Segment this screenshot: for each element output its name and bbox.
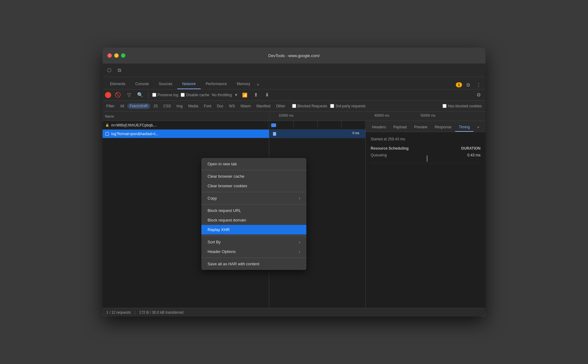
preserve-log-label: Preserve log (152, 93, 178, 97)
tab-payload[interactable]: Payload (390, 123, 410, 132)
tab-console[interactable]: Console (130, 79, 154, 89)
has-blocked-cookies-checkbox[interactable] (443, 104, 447, 108)
request-name-1: m=Wt6vjf,hhhU8,FCpbqb,... (111, 123, 267, 127)
network-settings-icon[interactable]: ⚙ (474, 91, 483, 99)
wifi-icon: 📶 (240, 91, 249, 99)
download-icon[interactable]: ⬇ (262, 91, 271, 99)
third-party-label: 3rd-party requests (330, 104, 365, 108)
blocked-requests-checkbox[interactable] (292, 104, 296, 108)
third-party-checkbox[interactable] (330, 104, 334, 108)
ms-marker-50000: 50000 ms (421, 114, 435, 117)
type-doc[interactable]: Doc (214, 103, 226, 109)
menu-clear-cookies[interactable]: Clear browser cookies (201, 181, 306, 191)
menu-divider-5 (201, 258, 306, 258)
devtools-window: DevTools - www.google.com/ ⬡ ⧉ Elements … (103, 48, 485, 316)
tab-network[interactable]: Network (177, 79, 201, 89)
request-row-selected[interactable]: log?format=json&hasfast=t... (103, 130, 269, 138)
queueing-row: Queueing 0.43 ms (371, 152, 481, 163)
ms-marker-10000: 10000 ms (279, 114, 293, 117)
tab-preview[interactable]: Preview (410, 123, 431, 132)
filter-label: Filter (106, 104, 115, 108)
request-name-2: log?format=json&hasfast=t... (111, 132, 267, 136)
type-manifest[interactable]: Manifest (254, 103, 273, 109)
type-wasm[interactable]: Wasm (238, 103, 254, 109)
tab-bar: Elements Console Sources Network Perform… (103, 77, 485, 89)
tab-timing[interactable]: Timing (455, 123, 474, 132)
menu-divider-4 (201, 236, 306, 236)
search-icon[interactable]: 🔍 (136, 91, 145, 99)
type-media[interactable]: Media (186, 103, 201, 109)
waterfall-row-2: 0 ms (269, 130, 365, 138)
window-title: DevTools - www.google.com/ (268, 53, 320, 58)
menu-block-url[interactable]: Block request URL (201, 206, 306, 215)
started-at: Started at 259.43 ms (371, 137, 481, 141)
menu-divider-2 (201, 192, 306, 192)
type-js[interactable]: JS (151, 103, 160, 109)
filter-bar: 🚫 ▽ 🔍 Preserve log Disable cache No thro… (103, 89, 485, 101)
menu-sort-arrow: › (299, 240, 300, 244)
type-filter-bar: Filter All Fetch/XHR JS CSS Img Media Fo… (103, 101, 485, 112)
type-img[interactable]: Img (174, 103, 185, 109)
throttle-dropdown-icon[interactable]: ▼ (234, 93, 238, 97)
tab-sources[interactable]: Sources (154, 79, 177, 89)
menu-save-har[interactable]: Save all as HAR with content (201, 259, 306, 269)
blocked-requests-label: Blocked Requests (292, 104, 327, 108)
type-ws[interactable]: WS (226, 103, 237, 109)
select-element-icon[interactable]: ⬡ (105, 66, 114, 75)
disable-cache-checkbox[interactable] (181, 93, 185, 97)
type-font[interactable]: Font (201, 103, 214, 109)
request-row[interactable]: 🔒 m=Wt6vjf,hhhU8,FCpbqb,... (103, 121, 269, 130)
type-all[interactable]: All (118, 103, 127, 109)
timing-content: Started at 259.43 ms Resource Scheduling… (366, 132, 485, 308)
context-menu: Open in new tab Clear browser cache Clea… (201, 158, 306, 270)
preserve-log-checkbox[interactable] (152, 93, 156, 97)
tab-response[interactable]: Response (431, 123, 455, 132)
tab-more[interactable]: » (255, 80, 261, 89)
menu-block-domain[interactable]: Block request domain (201, 215, 306, 225)
tab-memory[interactable]: Memory (232, 79, 255, 89)
tab-detail-more[interactable]: » (473, 123, 483, 132)
minimize-button[interactable] (114, 53, 119, 58)
record-button[interactable] (105, 92, 111, 98)
menu-divider-1 (201, 170, 306, 170)
transfer-size: 172 B / 30.0 kB transferred (139, 310, 183, 315)
detail-panel: Headers Payload Preview Response Timing … (366, 121, 485, 308)
waterfall-bar-2 (273, 132, 276, 136)
tab-elements[interactable]: Elements (105, 79, 130, 89)
close-button[interactable] (107, 53, 112, 58)
upload-icon[interactable]: ⬆ (251, 91, 260, 99)
settings-icon[interactable]: ⚙ (464, 81, 472, 89)
devtools-body: ⬡ ⧉ Elements Console Sources Network Per… (103, 64, 485, 316)
device-toggle-icon[interactable]: ⧉ (115, 66, 124, 75)
queueing-bar-visual (427, 155, 427, 162)
menu-clear-cache[interactable]: Clear browser cache (201, 172, 306, 181)
menu-sort-by[interactable]: Sort By › (201, 237, 306, 247)
request-count: 1 / 12 requests (106, 310, 131, 315)
maximize-button[interactable] (121, 53, 125, 58)
more-options-icon[interactable]: ⋮ (474, 81, 483, 89)
name-column-header: Name (105, 114, 114, 118)
type-css[interactable]: CSS (161, 103, 174, 109)
tab-performance[interactable]: Performance (201, 79, 232, 89)
type-other[interactable]: Other (274, 103, 288, 109)
tab-actions: 1 ⚙ ⋮ (456, 81, 483, 89)
queueing-bar (424, 155, 430, 162)
resource-scheduling-section: Resource Scheduling DURATION (371, 146, 481, 151)
notification-badge[interactable]: 1 (456, 82, 462, 87)
traffic-lights (107, 53, 125, 58)
menu-replay-xhr[interactable]: Replay XHR (201, 225, 306, 234)
checkbox-icon (105, 132, 109, 136)
ms-marker-40000: 40000 ms (374, 114, 389, 117)
clear-icon[interactable]: 🚫 (114, 91, 122, 99)
filter-icon[interactable]: ▽ (125, 91, 133, 99)
menu-header-options-arrow: › (299, 250, 300, 254)
waterfall-bar-1 (271, 123, 276, 127)
waterfall-row-1 (269, 121, 365, 130)
type-fetch-xhr[interactable]: Fetch/XHR (127, 103, 150, 109)
titlebar: DevTools - www.google.com/ (103, 48, 485, 64)
menu-copy[interactable]: Copy › (201, 193, 306, 203)
menu-open-new-tab[interactable]: Open in new tab (201, 159, 306, 169)
tab-headers[interactable]: Headers (368, 123, 389, 132)
menu-header-options[interactable]: Header Options › (201, 247, 306, 256)
disable-cache-label: Disable cache (181, 93, 209, 97)
